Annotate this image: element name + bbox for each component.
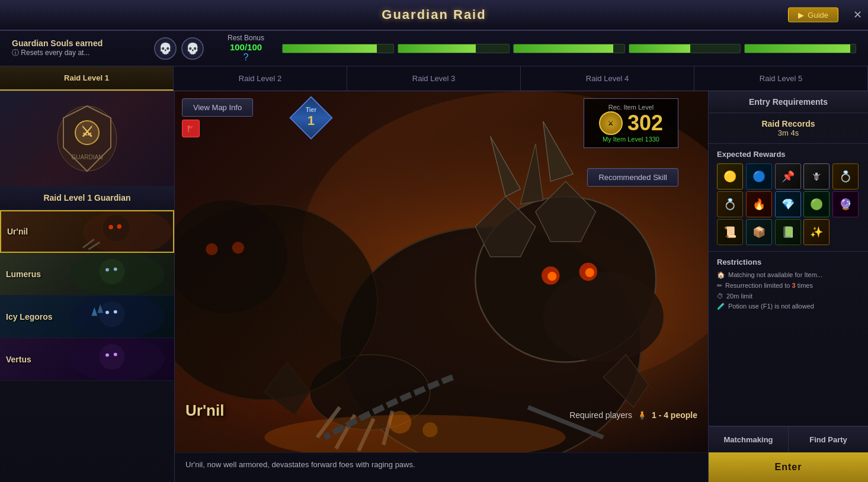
reward-box-1[interactable]: 📦 [746, 219, 772, 245]
reward-gold[interactable]: 🟡 [717, 163, 743, 189]
expected-rewards-title: Expected Rewards [717, 150, 860, 159]
view-map-button[interactable]: View Map Info [182, 98, 253, 117]
guardian-item-vertus[interactable]: Vertus [0, 338, 174, 381]
right-panel: Entry Requirements Raid Records 3m 4s Ex… [708, 91, 868, 482]
guide-button[interactable]: ▶ Guide [788, 8, 838, 23]
item-level-number: 302 [627, 111, 663, 136]
enter-button[interactable]: Enter [709, 452, 868, 482]
left-panel: ⚔ GUARDIAN Raid Level 1 Guardian [0, 91, 175, 482]
guardian-item-urnil[interactable]: Ur'nil [0, 210, 174, 253]
title-bar: Guardian Raid ▶ Guide ✕ [0, 0, 868, 31]
restriction-time-limit: ⏱ 20m limit [717, 293, 860, 300]
guardian-name-urnil: Ur'nil [1, 227, 28, 236]
svg-point-52 [422, 422, 437, 437]
restrictions: Restrictions 🏠 Matching not available fo… [709, 252, 868, 426]
tier-label: Tier [306, 107, 316, 113]
guardian-item-lumerus[interactable]: Lumerus [0, 253, 174, 295]
my-item-level: My Item Level 1330 [592, 136, 670, 143]
rewards-grid: 🟡 🔵 📌 🗡 💍 💍 🔥 💎 🟢 🔮 📜 📦 📗 ✨ [717, 163, 860, 245]
restriction-icon-1: 🏠 [717, 271, 725, 279]
guardian-name-lumerus: Lumerus [0, 269, 41, 279]
reward-box-2[interactable]: 📗 [775, 219, 801, 245]
window-title: Guardian Raid [382, 7, 486, 23]
svg-point-15 [114, 268, 117, 271]
reward-fire[interactable]: 🔥 [746, 191, 772, 217]
required-players-label: Required players [569, 410, 632, 420]
soul-subtitle: ⓘ Resets every day at... [12, 48, 142, 58]
rest-bonus-value: 100/100 [230, 42, 262, 52]
tab-raid-level-3[interactable]: Raid Level 3 [347, 66, 521, 91]
reward-purple[interactable]: 🔮 [832, 191, 859, 217]
soul-circle-1: 💀 [154, 37, 177, 60]
rest-bonus-label: Rest Bonus [228, 34, 264, 42]
reward-silver-needle[interactable]: 🗡 [803, 163, 829, 189]
prog-bar-1 [282, 44, 394, 53]
help-icon[interactable]: ? [244, 52, 249, 63]
svg-point-17 [99, 301, 124, 327]
center-panel: View Map Info 🚩 Tier 1 Rec. Item Level [175, 91, 708, 482]
raid-records: Raid Records 3m 4s [709, 113, 868, 144]
guardian-name-icy-legoros: Icy Legoros [0, 312, 53, 322]
prog-bar-5 [744, 44, 856, 53]
reward-ring-1[interactable]: 💍 [832, 163, 859, 189]
svg-point-48 [206, 243, 217, 255]
tab-raid-level-2[interactable]: Raid Level 2 [174, 66, 347, 91]
svg-point-24 [105, 354, 109, 357]
svg-point-9 [117, 224, 122, 229]
find-party-button[interactable]: Find Party [789, 427, 868, 452]
svg-point-19 [114, 310, 117, 314]
player-count: 1 - 4 people [652, 410, 697, 420]
prog-bar-3 [513, 44, 625, 53]
prog-bar-4 [629, 44, 741, 53]
reward-crystal[interactable]: 💎 [775, 191, 801, 217]
reward-needle[interactable]: 📌 [775, 163, 801, 189]
boss-name-overlay: Ur'nil [185, 401, 224, 420]
matchmaking-button[interactable]: Matchmaking [709, 427, 789, 452]
item-level-box: Rec. Item Level ⚔ 302 My Item Level 1330 [584, 98, 678, 148]
play-icon: ▶ [798, 11, 804, 20]
close-button[interactable]: ✕ [853, 8, 862, 21]
raid-tabs: Raid Level 1 Raid Level 2 Raid Level 3 R… [0, 66, 868, 91]
svg-point-25 [114, 353, 117, 356]
soul-circles: 💀 💀 [154, 37, 204, 60]
flag-button[interactable]: 🚩 [182, 120, 200, 137]
svg-point-51 [389, 411, 411, 433]
guardian-list: Ur'nil Lumerus [0, 210, 174, 482]
reward-ring-2[interactable]: 💍 [717, 191, 743, 217]
restriction-icon-3: ⏱ [717, 293, 723, 300]
avatar-svg: ⚔ GUARDIAN [52, 100, 123, 177]
reward-gem[interactable]: 🟢 [803, 191, 829, 217]
reward-orb[interactable]: 🔵 [746, 163, 772, 189]
restrictions-title: Restrictions [717, 258, 860, 266]
soul-bar: Guardian Souls earned ⓘ Resets every day… [0, 31, 868, 66]
player-icon: 🧍 [637, 410, 647, 420]
boss-description: Ur'nil, now well armored, devastates for… [175, 452, 708, 482]
svg-point-39 [547, 272, 556, 281]
tab-raid-level-4[interactable]: Raid Level 4 [521, 66, 694, 91]
main-content: ⚔ GUARDIAN Raid Level 1 Guardian [0, 91, 868, 482]
svg-text:⚔: ⚔ [81, 124, 94, 140]
guardian-avatar: ⚔ GUARDIAN [0, 91, 174, 186]
tier-number: 1 [306, 113, 316, 128]
recommended-skill-button[interactable]: Recommended Skill [587, 168, 678, 187]
restriction-matching: 🏠 Matching not available for Item... [717, 271, 860, 279]
restriction-potion: 🧪 Potion use (F1) is not allowed [717, 303, 860, 310]
rec-item-level-label: Rec. Item Level [592, 104, 670, 111]
panel-header: Raid Level 1 Guardian [0, 186, 174, 210]
svg-point-7 [103, 214, 130, 242]
reward-scroll[interactable]: 📜 [717, 219, 743, 245]
progress-bars [282, 44, 856, 53]
expected-rewards: Expected Rewards 🟡 🔵 📌 🗡 💍 💍 🔥 💎 🟢 🔮 📜 📦… [709, 144, 868, 252]
reward-aura[interactable]: ✨ [803, 219, 829, 245]
raid-records-time: 3m 4s [717, 128, 860, 137]
required-players: Required players 🧍 1 - 4 people [569, 410, 697, 420]
prog-bar-2 [398, 44, 510, 53]
svg-point-40 [585, 268, 594, 277]
tab-raid-level-1[interactable]: Raid Level 1 [0, 66, 174, 91]
svg-text:GUARDIAN: GUARDIAN [72, 154, 103, 160]
restriction-icon-2: ✏ [717, 282, 722, 290]
guardian-item-icy-legoros[interactable]: Icy Legoros [0, 295, 174, 338]
svg-point-31 [543, 272, 664, 362]
tab-raid-level-5[interactable]: Raid Level 5 [694, 66, 868, 91]
tier-badge: Tier 1 [293, 98, 329, 137]
